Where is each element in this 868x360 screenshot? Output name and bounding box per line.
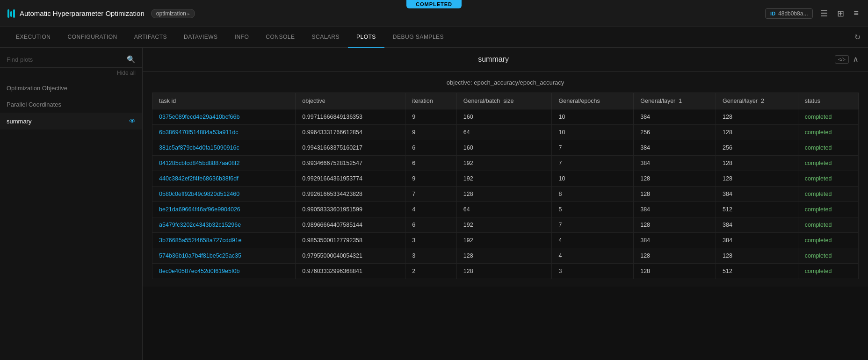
cell-status: completed xyxy=(798,264,858,279)
cell-batch-size: 160 xyxy=(456,109,552,125)
cell-batch-size: 192 xyxy=(456,233,552,248)
search-icon-button[interactable]: 🔍 xyxy=(127,55,136,64)
tab-debug-samples[interactable]: DEBUG SAMPLES xyxy=(384,27,452,48)
menu-icon-button[interactable]: ≡ xyxy=(852,7,861,20)
cell-epochs: 5 xyxy=(552,202,634,217)
cell-layer-2: 128 xyxy=(716,125,798,140)
table-row: 6b3869470f514884a53a911dc 0.996433317666… xyxy=(152,125,859,140)
cell-epochs: 4 xyxy=(552,233,634,248)
cell-iteration: 9 xyxy=(405,109,457,125)
table-row: 381c5af879cb4d0fa15090916c 0.99431663375… xyxy=(152,140,859,156)
cell-task-id[interactable]: 6b3869470f514884a53a911dc xyxy=(152,125,296,140)
cell-task-id[interactable]: 0375e089fecd4e29a410bcf66b xyxy=(152,109,296,125)
eye-icon: 👁 xyxy=(129,117,136,125)
cell-task-id[interactable]: 3b76685a552f4658a727cdd91e xyxy=(152,233,296,248)
code-icon-button[interactable]: </> xyxy=(835,55,849,64)
cell-batch-size: 128 xyxy=(456,187,552,202)
cell-iteration: 4 xyxy=(405,202,457,217)
cell-layer-2: 256 xyxy=(716,140,798,156)
col-epochs: General/epochs xyxy=(552,93,634,109)
cell-layer-2: 384 xyxy=(716,233,798,248)
cell-task-id[interactable]: 0580c0eff92b49c9820d512460 xyxy=(152,187,296,202)
tab-artifacts[interactable]: ARTIFACTS xyxy=(126,27,175,48)
col-status: status xyxy=(798,93,858,109)
summary-section: summary </> ∧ objective: epoch_accuracy/… xyxy=(143,48,868,287)
cell-task-id[interactable]: 381c5af879cb4d0fa15090916c xyxy=(152,140,296,156)
tag-badge[interactable]: optimization xyxy=(151,9,195,18)
tab-info[interactable]: INFO xyxy=(226,27,258,48)
cell-layer-1: 384 xyxy=(634,202,716,217)
cell-objective: 0.99431663375160217 xyxy=(296,140,405,156)
col-task-id: task id xyxy=(152,93,296,109)
cell-iteration: 7 xyxy=(405,187,457,202)
cell-status: completed xyxy=(798,187,858,202)
messages-icon-button[interactable]: ☰ xyxy=(818,7,830,21)
cell-status: completed xyxy=(798,140,858,156)
cell-objective: 0.98535000127792358 xyxy=(296,233,405,248)
cell-status: completed xyxy=(798,233,858,248)
cell-layer-1: 384 xyxy=(634,140,716,156)
tab-plots[interactable]: PLOTS xyxy=(348,27,384,48)
cell-layer-1: 128 xyxy=(634,264,716,279)
layout-icon-button[interactable]: ⊞ xyxy=(835,7,846,21)
id-value: 48db0b8a... xyxy=(778,10,808,17)
sidebar-item-label: summary xyxy=(7,118,31,125)
summary-header: summary </> ∧ xyxy=(143,48,868,72)
cell-objective: 0.97603332996368841 xyxy=(296,264,405,279)
cell-layer-1: 384 xyxy=(634,233,716,248)
table-header-row: task id objective iteration General/batc… xyxy=(152,93,859,109)
cell-layer-1: 128 xyxy=(634,217,716,233)
tab-configuration[interactable]: CONFIGURATION xyxy=(59,27,126,48)
cell-status: completed xyxy=(798,202,858,217)
tab-execution[interactable]: EXECUTION xyxy=(7,27,59,48)
table-row: 440c3842ef2f4fe68636b38f6df 0.9929166436… xyxy=(152,171,859,187)
cell-epochs: 10 xyxy=(552,109,634,125)
status-badge: COMPLETED xyxy=(406,0,462,8)
summary-title: summary xyxy=(152,55,835,64)
collapse-button[interactable]: ∧ xyxy=(853,54,859,65)
sidebar-item-label: Optimization Objective xyxy=(7,85,67,92)
cell-task-id[interactable]: 440c3842ef2f4fe68636b38f6df xyxy=(152,171,296,187)
table-row: 041285cbfcd845bd8887aa08f2 0.99346667528… xyxy=(152,156,859,171)
refresh-icon[interactable]: ↻ xyxy=(854,33,861,41)
cell-status: completed xyxy=(798,156,858,171)
table-row: a5479fc3202c4343b32c15296e 0.98966664407… xyxy=(152,217,859,233)
hide-all-button[interactable]: Hide all xyxy=(0,68,142,80)
cell-objective: 0.99346667528152547 xyxy=(296,156,405,171)
cell-epochs: 8 xyxy=(552,187,634,202)
table-row: 3b76685a552f4658a727cdd91e 0.98535000127… xyxy=(152,233,859,248)
table-row: 0580c0eff92b49c9820d512460 0.99261665334… xyxy=(152,187,859,202)
cell-task-id[interactable]: be21da69664f46af96e9904026 xyxy=(152,202,296,217)
cell-task-id[interactable]: 8ec0e40587ec452d0f619e5f0b xyxy=(152,264,296,279)
cell-layer-2: 128 xyxy=(716,156,798,171)
cell-task-id[interactable]: a5479fc3202c4343b32c15296e xyxy=(152,217,296,233)
cell-objective: 0.99711666849136353 xyxy=(296,109,405,125)
data-table: task id objective iteration General/batc… xyxy=(152,93,859,279)
cell-layer-2: 512 xyxy=(716,202,798,217)
nav-tabs-right: ↻ xyxy=(854,33,861,42)
col-iteration: iteration xyxy=(405,93,457,109)
search-input[interactable] xyxy=(7,56,123,63)
cell-layer-1: 128 xyxy=(634,187,716,202)
sidebar-item-parallel-coordinates[interactable]: Parallel Coordinates xyxy=(0,96,142,113)
tab-console[interactable]: CONSOLE xyxy=(257,27,303,48)
cell-layer-2: 384 xyxy=(716,187,798,202)
cell-iteration: 2 xyxy=(405,264,457,279)
cell-layer-2: 128 xyxy=(716,171,798,187)
cell-epochs: 10 xyxy=(552,171,634,187)
sidebar-item-summary[interactable]: summary 👁 xyxy=(0,113,142,130)
cell-epochs: 3 xyxy=(552,264,634,279)
cell-objective: 0.97955000040054321 xyxy=(296,248,405,264)
cell-batch-size: 192 xyxy=(456,171,552,187)
cell-task-id[interactable]: 574b36b10a7b4f81be5c25ac35 xyxy=(152,248,296,264)
sidebar-item-optimization-objective[interactable]: Optimization Objective xyxy=(0,80,142,96)
cell-task-id[interactable]: 041285cbfcd845bd8887aa08f2 xyxy=(152,156,296,171)
table-row: be21da69664f46af96e9904026 0.99058333601… xyxy=(152,202,859,217)
top-bar-left: Automatic Hyperparameter Optimization op… xyxy=(7,9,195,18)
app-logo xyxy=(7,9,15,18)
cell-status: completed xyxy=(798,125,858,140)
cell-status: completed xyxy=(798,217,858,233)
cell-layer-1: 256 xyxy=(634,125,716,140)
tab-scalars[interactable]: SCALARS xyxy=(303,27,348,48)
tab-dataviews[interactable]: DATAVIEWS xyxy=(175,27,226,48)
